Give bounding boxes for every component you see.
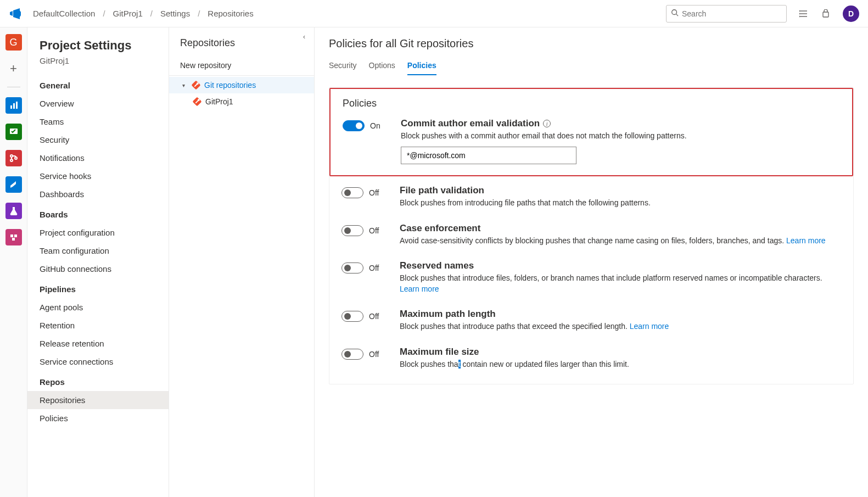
policy-title: Case enforcement <box>400 223 841 234</box>
learn-more-link[interactable]: Learn more <box>630 322 669 331</box>
policy-card: PoliciesOnCommit author email validation… <box>329 87 854 384</box>
settings-item-retention[interactable]: Retention <box>27 316 169 334</box>
settings-item-policies[interactable]: Policies <box>27 409 169 427</box>
tab-options[interactable]: Options <box>369 59 395 75</box>
rail-boards-icon[interactable] <box>5 124 22 140</box>
toggle-label: On <box>370 121 380 130</box>
svg-rect-17 <box>14 234 17 237</box>
rail-add-icon[interactable]: + <box>5 60 22 77</box>
list-icon[interactable] <box>799 9 809 19</box>
toggle-label: Off <box>369 188 379 197</box>
svg-point-14 <box>10 159 13 161</box>
breadcrumb-collection[interactable]: DefaultCollection <box>33 9 95 18</box>
toggle-label: Off <box>369 312 379 321</box>
settings-item-overview[interactable]: Overview <box>27 94 169 113</box>
toggle-reserved-names[interactable] <box>341 263 363 273</box>
git-icon <box>192 96 203 107</box>
settings-item-repositories[interactable]: Repositories <box>27 391 169 409</box>
settings-item-project-configuration[interactable]: Project configuration <box>27 224 169 242</box>
toggle-label: Off <box>369 264 379 272</box>
learn-more-link[interactable]: Learn more <box>400 284 439 293</box>
toggle-label: Off <box>369 350 379 359</box>
search-icon <box>671 9 679 18</box>
settings-item-service-hooks[interactable]: Service hooks <box>27 167 169 185</box>
policies-header: Policies <box>343 98 840 109</box>
settings-item-agent-pools[interactable]: Agent pools <box>27 298 169 316</box>
settings-item-release-retention[interactable]: Release retention <box>27 334 169 353</box>
rail-pipelines-icon[interactable] <box>5 176 22 193</box>
rail-overview-icon[interactable] <box>5 97 22 114</box>
toggle-label: Off <box>369 226 379 235</box>
policy-reserved-names: OffReserved namesBlock pushes that intro… <box>341 260 841 295</box>
learn-more-link[interactable]: Learn more <box>786 236 826 245</box>
svg-rect-16 <box>10 234 13 237</box>
settings-item-teams[interactable]: Teams <box>27 113 169 131</box>
toggle-case-enforcement[interactable] <box>341 225 363 236</box>
toggle-commit-author-email[interactable] <box>343 120 365 131</box>
info-icon[interactable]: i <box>543 120 551 127</box>
settings-item-security[interactable]: Security <box>27 131 169 149</box>
rail-artifacts-icon[interactable] <box>5 229 22 245</box>
highlighted-policy-box: PoliciesOnCommit author email validation… <box>329 88 853 176</box>
settings-sidebar: Project Settings GitProj1 GeneralOvervie… <box>27 27 169 497</box>
svg-point-0 <box>672 10 677 15</box>
settings-item-team-configuration[interactable]: Team configuration <box>27 242 169 260</box>
marketplace-icon[interactable] <box>821 9 831 19</box>
settings-group-boards: Boards <box>27 203 169 224</box>
policy-title: Maximum path length <box>400 309 841 320</box>
rail-testplans-icon[interactable] <box>5 203 22 219</box>
settings-item-dashboards[interactable]: Dashboards <box>27 185 169 203</box>
policy-title: Maximum file size <box>400 347 841 358</box>
breadcrumb-settings[interactable]: Settings <box>160 9 190 18</box>
policy-desc: Block pushes that introduce files, folde… <box>400 272 841 295</box>
chevron-down-icon: ▾ <box>182 82 188 88</box>
settings-project-name: GitProj1 <box>27 56 169 74</box>
breadcrumb-repositories[interactable]: Repositories <box>208 9 253 18</box>
policy-title: Reserved names <box>400 260 841 271</box>
settings-item-service-connections[interactable]: Service connections <box>27 353 169 371</box>
collapse-pane-icon[interactable]: ‹ <box>303 33 312 42</box>
policy-max-path-length: OffMaximum path lengthBlock pushes that … <box>341 309 841 332</box>
svg-point-6 <box>799 13 800 14</box>
settings-item-github-connections[interactable]: GitHub connections <box>27 260 169 278</box>
repo-pane-title: Repositories <box>169 37 314 55</box>
settings-group-repos: Repos <box>27 371 169 391</box>
policy-title: Commit author email validationi <box>401 118 840 129</box>
policy-title: File path validation <box>400 185 841 196</box>
policy-file-path-validation: OffFile path validationBlock pushes from… <box>341 185 841 208</box>
rail-project-icon[interactable]: G <box>5 34 22 51</box>
nav-rail: G + <box>0 27 27 497</box>
rail-repos-icon[interactable] <box>5 150 22 166</box>
new-repository-link[interactable]: New repository <box>169 55 314 76</box>
settings-title: Project Settings <box>27 38 169 56</box>
tab-policies[interactable]: Policies <box>407 59 436 75</box>
svg-rect-10 <box>13 103 15 109</box>
tab-security[interactable]: Security <box>329 59 357 75</box>
settings-group-pipelines: Pipelines <box>27 278 169 298</box>
settings-item-notifications[interactable]: Notifications <box>27 149 169 167</box>
breadcrumb-project[interactable]: GitProj1 <box>113 9 143 18</box>
policy-desc: Avoid case-sensitivity conflicts by bloc… <box>400 235 841 246</box>
toggle-max-file-size[interactable] <box>341 349 363 360</box>
policy-input-commit-author-email[interactable] <box>401 147 576 164</box>
toggle-file-path-validation[interactable] <box>341 187 363 198</box>
tab-bar: SecurityOptionsPolicies <box>329 59 854 75</box>
repo-tree-root[interactable]: ▾ Git repositories <box>169 77 314 93</box>
toggle-max-path-length[interactable] <box>341 311 363 322</box>
search-input[interactable] <box>682 9 782 18</box>
repo-tree-item[interactable]: GitProj1 <box>169 93 314 110</box>
avatar[interactable]: D <box>843 5 859 22</box>
git-icon <box>191 80 201 91</box>
svg-point-5 <box>799 10 800 11</box>
search-input-container[interactable] <box>666 5 787 23</box>
svg-rect-8 <box>823 12 828 17</box>
azure-devops-logo-icon[interactable] <box>9 7 22 20</box>
svg-rect-9 <box>10 105 12 109</box>
topbar: DefaultCollection / GitProj1 / Settings … <box>0 0 868 27</box>
policy-desc: Block pushes that contain new or updated… <box>400 359 841 370</box>
repo-tree-item-label: GitProj1 <box>205 97 233 106</box>
svg-rect-18 <box>12 238 15 241</box>
main-content: Policies for all Git repositories Securi… <box>315 27 868 497</box>
page-title: Policies for all Git repositories <box>329 37 854 50</box>
repo-pane: ‹ Repositories New repository ▾ Git repo… <box>169 27 315 497</box>
